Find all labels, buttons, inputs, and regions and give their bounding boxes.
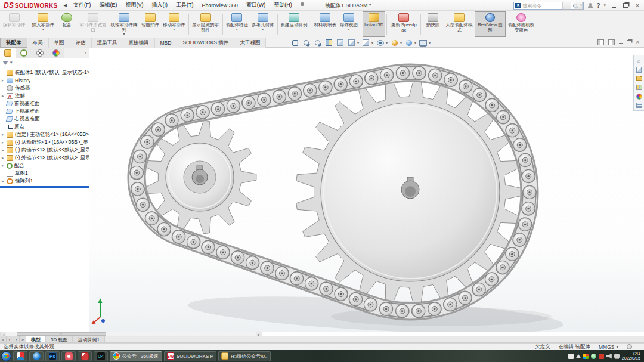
dropdown-arrow-icon[interactable]: ▾ xyxy=(371,41,373,45)
section-view-icon[interactable] xyxy=(324,38,333,47)
tree-item[interactable]: 草图1 xyxy=(0,169,89,177)
tree-item[interactable]: ▸A注解 xyxy=(0,92,89,100)
expand-arrow-icon[interactable]: ▸ xyxy=(2,94,7,98)
ribbon-button-speedpak[interactable]: 更新 Speedpak xyxy=(388,11,419,37)
view-palette-icon[interactable] xyxy=(635,83,643,91)
taskbar-app-camera-app[interactable] xyxy=(61,351,76,361)
ribbon-button-snapshot[interactable]: 拍快照 xyxy=(422,11,444,37)
expand-arrow-icon[interactable]: ▸ xyxy=(2,132,7,137)
tree-item[interactable]: 前视基准面 xyxy=(0,100,89,107)
expand-arrow-icon[interactable]: ▸ xyxy=(2,156,7,160)
scrollbar-thumb[interactable]: ≡ xyxy=(17,332,106,336)
expand-arrow-icon[interactable]: ▸ xyxy=(2,140,7,145)
tree-item[interactable]: ▸链阵列1 xyxy=(0,177,89,185)
taskbar-clock[interactable]: 7:412022/8/15 xyxy=(622,351,643,361)
expand-arrow-icon[interactable]: ▸ xyxy=(2,148,7,153)
ribbon-tab-1[interactable]: 布局 xyxy=(27,38,49,48)
ribbon-button-color-change[interactable]: 装配体随机改变颜色 xyxy=(506,11,537,37)
tree-item[interactable]: ▸配合 xyxy=(0,162,89,169)
ribbon-button-realview[interactable]: RealView 图形 xyxy=(475,11,506,37)
dropdown-arrow-icon[interactable]: ▾ xyxy=(400,41,402,45)
file-explorer-icon[interactable] xyxy=(635,75,643,82)
red-app-icon[interactable] xyxy=(599,354,604,359)
menu-item-2[interactable]: 视图(V) xyxy=(121,0,147,10)
close-button[interactable]: × xyxy=(633,1,642,10)
doc-restore-button[interactable] xyxy=(627,40,631,44)
edit-appearance-icon[interactable] xyxy=(390,38,399,47)
volume-icon[interactable] xyxy=(606,354,612,359)
tree-item[interactable]: 装配体1 (默认<默认_显示状态-1>) xyxy=(0,69,89,76)
menu-item-7[interactable]: 帮助(H) xyxy=(270,0,296,10)
restore-button[interactable] xyxy=(621,1,630,10)
apply-scene-icon[interactable] xyxy=(404,38,413,47)
panel-tabs-overflow[interactable]: › xyxy=(64,48,89,58)
taskbar-window-1[interactable]: SWSOLIDWORKS P... xyxy=(164,351,216,361)
right-pane-toggle-icon[interactable] xyxy=(608,39,615,45)
model-tab-nav-3[interactable]: » xyxy=(20,336,26,342)
taskbar-app-browser-360[interactable] xyxy=(29,351,44,361)
appearances-scenes-icon[interactable] xyxy=(635,92,643,100)
ribbon-button-insert-component[interactable]: 插入零部件▾ xyxy=(30,11,57,37)
ribbon-button-show-hidden[interactable]: 显示隐藏的零部件 xyxy=(190,11,221,37)
panel-tab-displaymanager[interactable] xyxy=(48,48,64,58)
menu-item-6[interactable]: 窗口(W) xyxy=(242,0,270,10)
tree-item[interactable]: ▸(-) 内链节<1> (默认<<默认>_显示 xyxy=(0,146,89,154)
network-icon[interactable] xyxy=(614,354,620,358)
ribbon-button-assembly-features[interactable]: 装配体特征▾ xyxy=(224,11,250,37)
menu-item-0[interactable]: 文件(F) xyxy=(69,0,95,10)
ribbon-tab-3[interactable]: 评估 xyxy=(70,38,92,48)
ribbon-button-move-component[interactable]: 移动零部件▾ xyxy=(161,11,187,37)
panel-tab-configurationmanager[interactable] xyxy=(32,48,48,58)
taskbar-window-2[interactable]: H:\微信公众号\0... xyxy=(218,351,271,361)
ribbon-button-mate[interactable]: 配合 xyxy=(56,11,78,37)
model-tab-1[interactable]: 3D 视图 xyxy=(46,336,73,342)
doc-minimize-button[interactable] xyxy=(619,40,623,44)
tag-icon[interactable] xyxy=(627,344,632,349)
previous-view-icon[interactable] xyxy=(313,38,322,47)
scrollbar-track[interactable]: ≡ xyxy=(6,332,256,336)
taskbar-app-capture-app[interactable] xyxy=(78,351,92,361)
display-style-icon[interactable] xyxy=(361,38,370,47)
taskbar-app-media-app[interactable]: O< xyxy=(94,351,108,361)
zoom-fit-icon[interactable] xyxy=(290,38,299,47)
dynamic-annotation-views-icon[interactable] xyxy=(336,38,345,47)
design-library-icon[interactable] xyxy=(635,66,643,73)
ribbon-tab-4[interactable]: 渲染工具 xyxy=(92,38,123,48)
rollback-bar[interactable] xyxy=(0,186,89,188)
filter-dropdown-icon[interactable]: ▾ xyxy=(10,60,13,65)
tree-item[interactable]: 传感器 xyxy=(0,84,89,92)
model-tab-0[interactable]: 模型 xyxy=(26,336,46,342)
tree-item[interactable]: ▸(-) 从动链轮<1> (16A<<05B>_显 xyxy=(0,138,89,146)
minimize-button[interactable] xyxy=(609,1,618,10)
ribbon-tab-7[interactable]: SOLIDWORKS 插件 xyxy=(177,38,234,48)
ribbon-tab-2[interactable]: 草图 xyxy=(49,38,70,48)
menu-item-4[interactable]: 工具(T) xyxy=(172,0,198,10)
ribbon-button-instant3d[interactable]: Instant3D xyxy=(363,11,385,37)
left-pane-toggle-icon[interactable] xyxy=(597,39,604,45)
arrow-icon[interactable] xyxy=(576,354,581,358)
taskbar-window-0[interactable]: 公众号 - 360极速... xyxy=(110,351,162,361)
tree-item[interactable]: ▸(-) 外链节<1> (默认<<默认>_显示 xyxy=(0,154,89,162)
ribbon-tab-0[interactable]: 装配体 xyxy=(0,38,27,48)
ribbon-button-motion-study[interactable]: 新建运动算例 xyxy=(279,11,309,37)
solidworks-resources-icon[interactable]: ⌂ xyxy=(635,57,643,64)
expand-arrow-icon[interactable]: ▸ xyxy=(2,78,7,83)
model-tab-nav-0[interactable]: « xyxy=(0,336,7,342)
ime-icon[interactable] xyxy=(568,354,574,359)
taskbar-app-app-triangle[interactable] xyxy=(13,351,27,361)
scroll-right-icon[interactable]: ▸ xyxy=(256,332,262,336)
tree-item[interactable]: ▸(固定) 主动链轮<1> (16A<<05B> xyxy=(0,131,89,138)
view-orientation-icon[interactable] xyxy=(347,38,356,47)
dropdown-arrow-icon[interactable]: ▾ xyxy=(414,41,416,45)
scroll-left-icon[interactable]: ◂ xyxy=(1,332,6,336)
taskbar-app-photoshop[interactable]: Ps xyxy=(45,351,60,361)
model-tab-nav-2[interactable]: › xyxy=(13,336,20,342)
grid-icon[interactable] xyxy=(583,354,589,359)
ribbon-button-smart-fasteners[interactable]: 智能扣件 xyxy=(140,11,161,37)
ribbon-tab-8[interactable]: 大工程图 xyxy=(234,38,266,48)
model-tab-2[interactable]: 运动算例1 xyxy=(73,336,104,342)
dropdown-arrow-icon[interactable]: ▾ xyxy=(386,41,388,45)
menu-collapse-icon[interactable]: ◀ xyxy=(64,3,67,8)
model-tab-nav-1[interactable]: ‹ xyxy=(7,336,13,342)
ribbon-tab-6[interactable]: MBD xyxy=(155,38,178,48)
